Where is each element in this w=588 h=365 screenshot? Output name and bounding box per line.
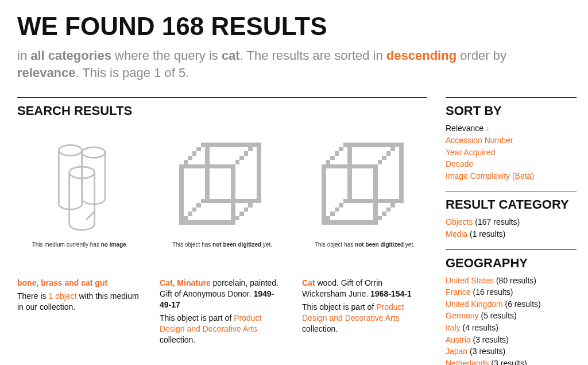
svg-rect-54 xyxy=(378,216,382,221)
facet-count: (3 results) xyxy=(473,335,508,344)
svg-rect-53 xyxy=(343,199,348,203)
sort-current[interactable]: Relevance ↓ xyxy=(446,123,577,135)
sort-by-section: SORT BY Relevance ↓ Accession Number Yea… xyxy=(446,97,577,182)
thumbnail-caption: This medium currently has no image. xyxy=(17,241,142,248)
thumbnail-caption: This object has not been digitized yet. xyxy=(302,241,427,248)
facet-link[interactable]: France xyxy=(446,287,471,297)
facet-item: Germany (5 results) xyxy=(446,310,577,322)
svg-rect-14 xyxy=(196,147,201,152)
rolls-icon xyxy=(48,137,111,235)
svg-rect-20 xyxy=(253,143,257,147)
result-meta: Cat, Minature porcelain, painted. Gift o… xyxy=(160,278,285,310)
cube-pixel-icon xyxy=(313,134,416,237)
facet-item: Japan (3 results) xyxy=(446,346,577,358)
page-info: . This is page 1 of 5. xyxy=(76,66,189,80)
svg-rect-44 xyxy=(378,160,382,164)
result-card: This object has not been digitized yet. … xyxy=(302,132,427,345)
svg-rect-52 xyxy=(339,203,343,208)
search-results-heading: SEARCH RESULTS xyxy=(17,103,427,118)
facet-item: Media (1 results) xyxy=(446,229,577,240)
text: order by xyxy=(457,48,506,63)
sort-by-heading: SORT BY xyxy=(446,103,577,118)
sort-option-link[interactable]: Year Acquired xyxy=(446,148,496,157)
facet-count: (4 results) xyxy=(463,323,498,332)
text: collection. xyxy=(302,324,338,333)
svg-rect-27 xyxy=(239,212,244,216)
result-collection: This object is part of Product Design an… xyxy=(160,313,285,345)
facet-count: (16 results) xyxy=(473,287,513,297)
svg-rect-34 xyxy=(373,168,378,220)
facet-item: Austria (3 results) xyxy=(446,335,577,346)
svg-rect-43 xyxy=(343,143,348,147)
facet-link[interactable]: Objects xyxy=(446,217,473,226)
svg-rect-30 xyxy=(253,199,257,203)
text: . The results are sorted in xyxy=(240,48,386,63)
sort-option-link[interactable]: Decade xyxy=(446,159,473,168)
geography-heading: GEOGRAPHY xyxy=(446,256,577,271)
text: This object has xyxy=(315,241,355,248)
sort-option-link[interactable]: Accession Number xyxy=(446,136,513,145)
result-title-link[interactable]: bone, brass and cat gut xyxy=(17,278,107,287)
svg-rect-29 xyxy=(248,203,253,208)
text: Relevance xyxy=(446,124,483,133)
facet-link[interactable]: Netherlands xyxy=(446,359,489,365)
svg-rect-42 xyxy=(339,147,343,152)
facet-count: (3 results) xyxy=(470,347,505,356)
facet-item: United Kingdom (6 results) xyxy=(446,299,577,310)
text: This object has xyxy=(172,241,212,248)
text: This object is part of xyxy=(302,302,376,312)
svg-rect-12 xyxy=(188,156,192,160)
facet-link[interactable]: Japan xyxy=(446,347,467,356)
svg-rect-49 xyxy=(326,216,331,221)
svg-rect-48 xyxy=(395,143,400,147)
text: in xyxy=(17,48,30,63)
svg-rect-9 xyxy=(205,147,210,199)
results-grid: This medium currently has no image. bone… xyxy=(17,132,427,345)
sort-options: Relevance ↓ Accession Number Year Acquir… xyxy=(446,123,577,182)
svg-rect-33 xyxy=(322,168,326,220)
result-title-link[interactable]: Cat xyxy=(302,278,315,287)
thumbnail-placeholder xyxy=(302,132,427,239)
svg-rect-25 xyxy=(201,199,206,203)
text: . xyxy=(126,241,128,248)
facet-link[interactable]: Media xyxy=(446,229,467,239)
text-bold: not been digitized xyxy=(212,241,261,248)
text: There is xyxy=(17,291,48,301)
svg-rect-50 xyxy=(330,212,335,216)
divider xyxy=(17,97,427,98)
svg-rect-56 xyxy=(386,208,391,212)
result-collection: This object is part of Product Design an… xyxy=(302,302,427,335)
svg-point-1 xyxy=(82,147,105,157)
result-meta: Cat wood. Gift of Orrin Wickersham June.… xyxy=(302,278,427,299)
text: This medium currently has xyxy=(32,241,101,248)
text-bold: no image xyxy=(101,241,126,248)
object-count-link[interactable]: 1 object xyxy=(48,291,76,301)
divider xyxy=(446,249,577,250)
geography-list: United States (80 results) France (16 re… xyxy=(446,275,577,365)
category-list: Objects (167 results) Media (1 results) xyxy=(446,217,577,240)
facet-count: (6 results) xyxy=(505,299,541,309)
sidebar: SORT BY Relevance ↓ Accession Number Yea… xyxy=(446,97,577,365)
facet-link[interactable]: Germany xyxy=(446,311,479,320)
svg-rect-21 xyxy=(184,216,188,221)
svg-rect-24 xyxy=(196,203,201,208)
sort-order: descending xyxy=(386,48,457,63)
cube-pixel-icon xyxy=(171,134,274,237)
svg-rect-57 xyxy=(390,203,395,208)
facet-link[interactable]: United States xyxy=(446,276,494,285)
facet-count: (3 results) xyxy=(491,359,527,365)
facet-link[interactable]: Austria xyxy=(446,335,471,344)
svg-rect-4 xyxy=(179,220,235,225)
sort-option-link[interactable]: Image Complexity (Beta) xyxy=(446,171,534,180)
facet-link[interactable]: Italy xyxy=(446,323,461,332)
facet-link[interactable]: United Kingdom xyxy=(446,299,503,309)
svg-rect-23 xyxy=(192,208,197,212)
svg-rect-47 xyxy=(390,147,395,152)
facet-item: Netherlands (3 results) xyxy=(446,358,577,365)
facet-item: Italy (4 results) xyxy=(446,322,577,334)
text: This object is part of xyxy=(160,313,234,322)
svg-rect-16 xyxy=(235,160,240,164)
result-description: There is 1 object with this medium in ou… xyxy=(17,291,142,313)
facet-count: (5 results) xyxy=(481,311,516,320)
result-title-link[interactable]: Cat, Minature xyxy=(160,278,211,287)
